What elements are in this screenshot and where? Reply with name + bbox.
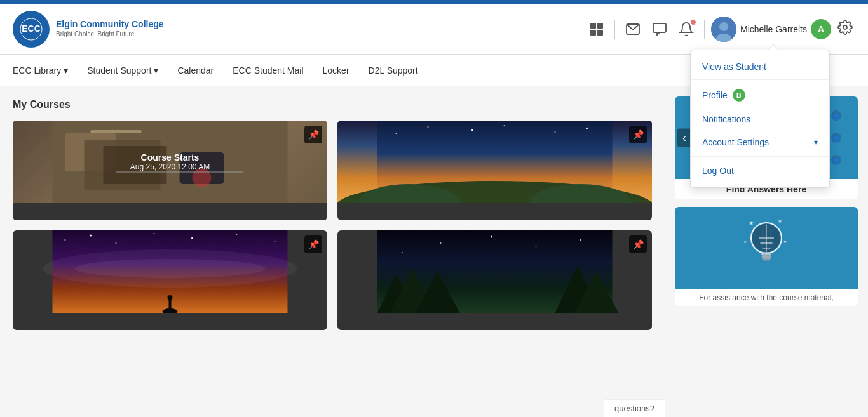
- profile-item[interactable]: Profile B: [691, 83, 829, 108]
- logo-text: Elgin Community College Bright Choice. B…: [56, 20, 164, 38]
- course-name-3: [13, 317, 327, 330]
- svg-rect-3: [597, 23, 603, 29]
- course-thumb-3: 📌: [13, 230, 327, 313]
- user-avatar[interactable]: [711, 17, 736, 42]
- nav-locker[interactable]: Locker: [323, 65, 349, 76]
- svg-text:👤: 👤: [832, 135, 841, 143]
- pin-icon-2: 📌: [629, 126, 647, 143]
- header-right: Michelle Garrelts A: [585, 17, 855, 42]
- courses-section: My Courses Course Sta: [0, 86, 665, 417]
- view-as-student-item[interactable]: View as Student: [691, 55, 829, 80]
- grid-icon-button[interactable]: [585, 18, 608, 41]
- course-starts-date: Aug 25, 2020 12:00 AM: [130, 162, 210, 171]
- nav-ecc-student-mail[interactable]: ECC Student Mail: [233, 65, 303, 76]
- svg-rect-41: [169, 299, 172, 313]
- svg-rect-2: [590, 23, 596, 29]
- svg-point-38: [236, 234, 238, 235]
- course-card-4[interactable]: 📌: [337, 230, 652, 330]
- course-name-1: CDN_115_100_2020FA History of Graphic De…: [13, 207, 327, 220]
- svg-text:👤: 👤: [832, 112, 841, 121]
- assistance-caption: For assistance with the course material,: [675, 289, 858, 306]
- svg-text:★: ★: [743, 239, 747, 244]
- svg-point-51: [536, 246, 537, 247]
- course-card-2[interactable]: 📌 Bach and Garrelts | CDN 115 Online Dev…: [337, 121, 652, 220]
- course-card-3[interactable]: 📌: [13, 230, 327, 330]
- svg-point-33: [65, 239, 66, 241]
- svg-point-50: [491, 235, 492, 237]
- prev-arrow-button[interactable]: ‹: [677, 129, 691, 147]
- svg-rect-83: [762, 255, 771, 258]
- svg-rect-7: [653, 23, 666, 32]
- chevron-down-icon: ▾: [64, 65, 68, 76]
- notifications-item[interactable]: Notifications: [691, 108, 829, 131]
- pin-icon-4: 📌: [629, 235, 647, 253]
- svg-point-24: [396, 133, 397, 134]
- school-name: Elgin Community College: [56, 20, 164, 29]
- lightbulb-widget[interactable]: ★ ★ ★ ★ For assistance with the course m…: [675, 207, 858, 306]
- course-name-2: Bach and Garrelts | CDN 115 Online Devel…: [337, 207, 652, 220]
- course-card-1[interactable]: Course Starts Aug 25, 2020 12:00 AM 📌 CD…: [13, 121, 327, 220]
- my-courses-title: My Courses: [13, 99, 652, 110]
- notification-badge: [690, 19, 696, 25]
- tagline: Bright Choice. Bright Future.: [56, 30, 164, 38]
- nav-ecc-library[interactable]: ECC Library ▾: [13, 65, 68, 76]
- svg-rect-84: [763, 258, 771, 260]
- pin-icon-1: 📌: [304, 126, 322, 143]
- questions-text: questions?: [604, 399, 665, 417]
- account-settings-label: Account Settings: [702, 137, 769, 147]
- svg-point-53: [402, 252, 403, 253]
- courses-grid: Course Starts Aug 25, 2020 12:00 AM 📌 CD…: [13, 121, 652, 330]
- svg-point-35: [116, 242, 117, 244]
- svg-rect-19: [91, 130, 142, 133]
- course-starts-label: Course Starts: [130, 152, 210, 162]
- account-settings-item[interactable]: Account Settings ▾: [691, 131, 829, 154]
- notifications-label: Notifications: [702, 114, 750, 124]
- user-name-button[interactable]: Michelle Garrelts: [740, 24, 807, 34]
- pin-icon-3: 📌: [304, 235, 322, 253]
- svg-point-32: [75, 259, 266, 278]
- svg-rect-18: [116, 171, 243, 173]
- header: ECC Elgin Community College Bright Choic…: [0, 4, 868, 55]
- user-initial-circle[interactable]: A: [811, 19, 831, 39]
- mail-icon-button[interactable]: [621, 18, 644, 41]
- svg-point-52: [580, 239, 581, 241]
- svg-point-42: [168, 295, 173, 300]
- nav-student-support[interactable]: Student Support ▾: [87, 65, 158, 76]
- svg-point-39: [275, 241, 276, 242]
- chevron-down-icon: ▾: [814, 138, 818, 147]
- divider-1: [614, 20, 615, 39]
- svg-point-34: [90, 234, 92, 236]
- course-thumb-4: 📌: [337, 230, 652, 313]
- college-logo[interactable]: ECC: [13, 11, 50, 48]
- svg-text:★: ★: [778, 218, 782, 224]
- svg-point-37: [191, 237, 193, 239]
- svg-text:★: ★: [783, 239, 787, 244]
- svg-text:★: ★: [749, 220, 754, 227]
- logo-area: ECC Elgin Community College Bright Choic…: [13, 11, 164, 48]
- dropdown-divider: [691, 156, 829, 157]
- user-dropdown-menu: View as Student Profile B Notifications …: [690, 50, 830, 188]
- course-name-4: [337, 317, 652, 330]
- svg-point-11: [843, 25, 847, 29]
- svg-point-28: [555, 131, 556, 133]
- nav-d2l-support[interactable]: D2L Support: [369, 65, 418, 76]
- svg-rect-82: [761, 252, 771, 255]
- chat-icon-button[interactable]: [648, 18, 671, 41]
- lightbulb-image: ★ ★ ★ ★: [675, 207, 858, 289]
- course-thumb-2: 📌: [337, 121, 652, 203]
- logout-item[interactable]: Log Out: [691, 159, 829, 182]
- profile-badge: B: [733, 89, 745, 102]
- svg-text:ECC: ECC: [22, 23, 41, 34]
- course-thumb-1: Course Starts Aug 25, 2020 12:00 AM 📌: [13, 121, 327, 203]
- bell-icon-button[interactable]: [675, 18, 698, 41]
- svg-point-25: [428, 126, 429, 128]
- svg-point-26: [471, 129, 473, 131]
- svg-point-9: [719, 22, 728, 31]
- nav-calendar[interactable]: Calendar: [177, 65, 214, 76]
- gear-icon-button[interactable]: [835, 17, 855, 41]
- logout-label: Log Out: [702, 166, 734, 176]
- svg-rect-4: [590, 30, 596, 36]
- svg-point-49: [440, 242, 442, 244]
- svg-text:👤: 👤: [832, 157, 841, 165]
- svg-point-29: [586, 128, 588, 129]
